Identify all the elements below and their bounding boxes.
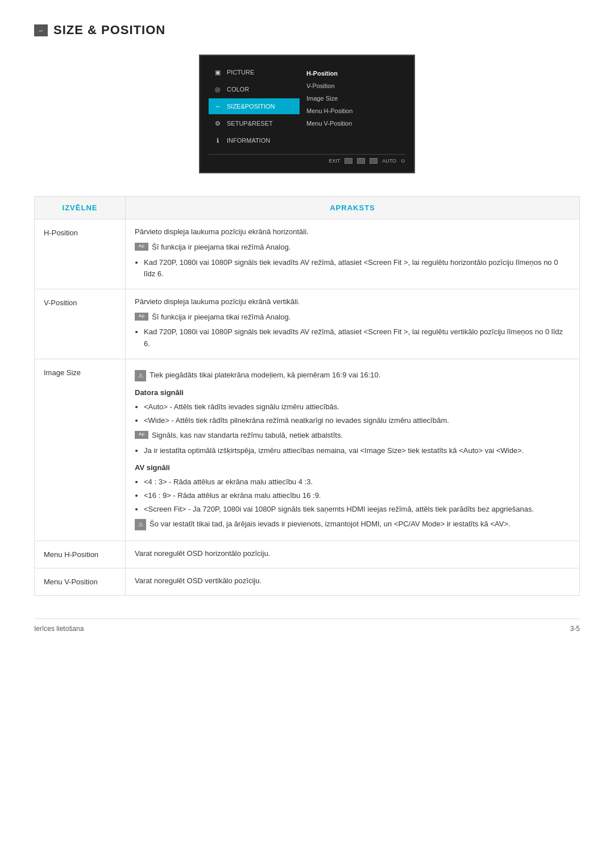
page-header: ↔ SIZE & POSITION (34, 23, 580, 38)
av-sub-note1: ⚠ Šo var iestatīt tikai tad, ja ārējais … (135, 518, 570, 530)
image-size-top-note-text: Tiek piegādāts tikai platekrāna modeļiem… (150, 369, 380, 381)
menu-item-size-label: SIZE&POSITION (227, 103, 275, 110)
analog-badge-icon: Ap (135, 243, 148, 251)
footer-left: Ierīces lietošana (34, 625, 84, 633)
table-row: Menu V-Position Varat noregulēt OSD vert… (35, 568, 580, 595)
content-table: IZVĒLNE APRAKSTS H-Position Pārvieto dis… (34, 196, 580, 596)
desc-v-position: Pārvieto displeja laukuma pozīciju ekrān… (126, 289, 580, 359)
monitor-display: ▣ PICTURE ◎ COLOR ↔ SIZE&POSITION ⚙ SETU… (199, 55, 415, 173)
setup-icon: ⚙ (213, 119, 222, 128)
size-icon: ↔ (213, 102, 222, 111)
table-row: Menu H-Position Varat noregulēt OSD hori… (35, 541, 580, 568)
power-btn: ⊙ (401, 158, 405, 164)
v-pos-bullet1: Kad 720P, 1080i vai 1080P signāls tiek i… (144, 326, 570, 349)
menu-name-menu-h: Menu H-Position (35, 541, 126, 568)
datora-section-title: Datora signāli (135, 387, 570, 399)
v-pos-main-text: Pārvieto displeja laukuma pozīciju ekrān… (135, 296, 570, 308)
menu-v-text: Varat noregulēt OSD vertikālo pozīciju. (135, 575, 570, 587)
menu-item-color: ◎ COLOR (209, 81, 300, 97)
datora-bullet1: <Auto> - Attēls tiek rādīts ievades sign… (144, 401, 570, 413)
desc-image-size: ⚠ Tiek piegādāts tikai platekrāna modeļi… (126, 359, 580, 541)
monitor-bottom-bar: EXIT AUTO ⊙ (209, 154, 405, 164)
menu-item-info: ℹ INFORMATION (209, 132, 300, 148)
col-header-menu: IZVĒLNE (35, 197, 126, 219)
table-row: H-Position Pārvieto displeja laukuma poz… (35, 219, 580, 289)
table-row: Image Size ⚠ Tiek piegādāts tikai platek… (35, 359, 580, 541)
nav-right-btn (370, 158, 377, 164)
menu-left: ▣ PICTURE ◎ COLOR ↔ SIZE&POSITION ⚙ SETU… (209, 64, 300, 148)
h-pos-note1: Ap Šī funkcija ir pieejama tikai režīmā … (135, 242, 570, 254)
option-menu-h: Menu H-Position (306, 106, 399, 115)
desc-menu-v: Varat noregulēt OSD vertikālo pozīciju. (126, 568, 580, 595)
color-icon: ◎ (213, 85, 222, 94)
v-pos-note1-text: Šī funkcija ir pieejama tikai režīmā Ana… (152, 312, 291, 323)
menu-item-info-label: INFORMATION (227, 137, 270, 144)
image-size-top-note: ⚠ Tiek piegādāts tikai platekrāna modeļi… (135, 369, 570, 381)
option-h-position: H-Position (306, 69, 399, 78)
h-pos-bullet1: Kad 720P, 1080i vai 1080P signāls tiek i… (144, 257, 570, 280)
option-image-size: Image Size (306, 94, 399, 103)
footer-right: 3-5 (570, 625, 580, 633)
analog-badge-icon2: Ap (135, 313, 148, 321)
menu-name-menu-v: Menu V-Position (35, 568, 126, 595)
h-pos-main-text: Pārvieto displeja laukuma pozīciju ekrān… (135, 226, 570, 238)
menu-h-text: Varat noregulēt OSD horizontālo pozīciju… (135, 548, 570, 560)
av-bullets: <4 : 3> - Rāda attēlus ar ekrāna malu at… (144, 476, 570, 515)
auto-btn: AUTO (382, 158, 396, 164)
datora-sub-note1-text: Signāls, kas nav standarta režīmu tabulā… (152, 430, 343, 442)
page-footer: Ierīces lietošana 3-5 (34, 618, 580, 633)
table-row: V-Position Pārvieto displeja laukuma poz… (35, 289, 580, 359)
exit-btn: EXIT (329, 158, 340, 164)
av-bullet1: <4 : 3> - Rāda attēlus ar ekrāna malu at… (144, 476, 570, 488)
menu-name-v-position: V-Position (35, 289, 126, 359)
nav-down-btn (345, 158, 352, 164)
menu-item-picture: ▣ PICTURE (209, 64, 300, 80)
menu-item-setup: ⚙ SETUP&RESET (209, 115, 300, 131)
av-section-title: AV signāli (135, 462, 570, 474)
menu-right: H-Position V-Position Image Size Menu H-… (300, 64, 405, 148)
v-pos-bullets: Kad 720P, 1080i vai 1080P signāls tiek i… (144, 326, 570, 349)
option-menu-v: Menu V-Position (306, 119, 399, 128)
info-icon: ℹ (213, 136, 222, 145)
v-pos-note1: Ap Šī funkcija ir pieejama tikai režīmā … (135, 312, 570, 323)
monitor-screenshot: ▣ PICTURE ◎ COLOR ↔ SIZE&POSITION ⚙ SETU… (34, 55, 580, 173)
menu-name-image-size: Image Size (35, 359, 126, 541)
warning-icon: ⚠ (135, 370, 146, 381)
datora-sub-bullets: Ja ir iestatīta optimālā izšķirtspēja, i… (144, 445, 570, 456)
h-pos-note1-text: Šī funkcija ir pieejama tikai režīmā Ana… (152, 242, 291, 254)
picture-icon: ▣ (213, 68, 222, 77)
av-bullet2: <16 : 9> - Rāda attēlus ar ekrāna malu a… (144, 490, 570, 501)
menu-item-color-label: COLOR (227, 86, 249, 93)
desc-menu-h: Varat noregulēt OSD horizontālo pozīciju… (126, 541, 580, 568)
col-header-desc: APRAKSTS (126, 197, 580, 219)
datora-bullets: <Auto> - Attēls tiek rādīts ievades sign… (144, 401, 570, 426)
desc-h-position: Pārvieto displeja laukuma pozīciju ekrān… (126, 219, 580, 289)
menu-item-picture-label: PICTURE (227, 69, 254, 76)
datora-sub-note1: Ap Signāls, kas nav standarta režīmu tab… (135, 430, 570, 442)
warning-icon2: ⚠ (135, 519, 146, 530)
menu-item-setup-label: SETUP&RESET (227, 120, 273, 127)
h-pos-bullets: Kad 720P, 1080i vai 1080P signāls tiek i… (144, 257, 570, 280)
menu-name-h-position: H-Position (35, 219, 126, 289)
analog-badge-icon3: Ap (135, 431, 148, 439)
datora-sub-bullet1: Ja ir iestatīta optimālā izšķirtspēja, i… (144, 445, 570, 456)
av-bullet3: <Screen Fit> - Ja 720P, 1080i vai 1080P … (144, 504, 570, 515)
datora-bullet2: <Wide> - Attēls tiek rādīts pilnekrāna r… (144, 415, 570, 426)
menu-item-size-position: ↔ SIZE&POSITION (209, 98, 300, 114)
section-icon: ↔ (34, 24, 48, 36)
page-title: SIZE & POSITION (53, 23, 165, 38)
av-sub-note1-text: Šo var iestatīt tikai tad, ja ārējais ie… (150, 518, 511, 530)
option-v-position: V-Position (306, 81, 399, 90)
nav-up-btn (357, 158, 365, 164)
